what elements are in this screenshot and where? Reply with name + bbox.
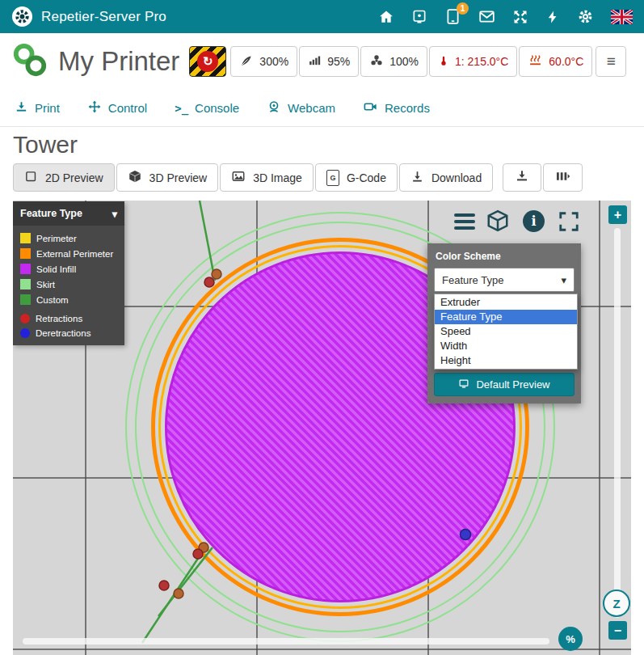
option-height[interactable]: Height <box>435 353 577 368</box>
layer-down-button[interactable]: − <box>608 621 627 640</box>
tablet-icon[interactable]: 1 <box>444 8 461 25</box>
color-scheme-dropdown-list: Extruder Feature Type Speed Width Height <box>434 294 578 370</box>
percent-slider-track[interactable] <box>23 638 549 644</box>
z-mode-button[interactable]: Z <box>603 590 630 617</box>
image-icon <box>231 169 246 186</box>
color-scheme-label: Color Scheme <box>427 243 581 268</box>
tab-webcam[interactable]: Webcam <box>267 99 335 116</box>
navbar-icons: 1 <box>378 8 633 25</box>
legend-label: Skirt <box>36 280 55 289</box>
printer-icon[interactable] <box>411 9 427 25</box>
legend-label: Deretractions <box>36 328 90 338</box>
download-icon <box>410 170 424 186</box>
legend-title: Feature Type <box>20 208 82 219</box>
tab-records-label: Records <box>385 101 430 115</box>
extrude-icon <box>515 169 529 186</box>
printer-menu-button[interactable]: ≡ <box>596 46 626 77</box>
layer-up-button[interactable]: + <box>608 205 627 224</box>
canvas-cube-button[interactable] <box>486 209 510 236</box>
gear-icon[interactable] <box>577 8 594 25</box>
legend-label: Retractions <box>36 314 82 323</box>
bed-temp-value: 60.0°C <box>549 55 583 68</box>
speed-multiplier-button[interactable]: 300% <box>230 46 297 77</box>
percent-mode-button[interactable]: % <box>558 627 583 651</box>
emergency-stop-button[interactable]: ↻ <box>189 46 226 77</box>
legend-item: Deretractions <box>13 326 124 340</box>
custom-move-line <box>142 550 204 643</box>
columns-view-button[interactable] <box>543 163 583 192</box>
expand-arrows-icon[interactable] <box>512 9 528 25</box>
language-flag-uk[interactable] <box>611 10 633 24</box>
feather-speed-icon <box>239 53 254 70</box>
option-width[interactable]: Width <box>435 339 577 353</box>
thermometer-icon <box>438 53 449 70</box>
tab-webcam-label: Webcam <box>288 101 335 115</box>
webcam-icon <box>267 99 281 116</box>
fan-value: 100% <box>389 55 419 68</box>
video-camera-icon <box>363 99 378 116</box>
color-scheme-select[interactable]: Feature Type ▾ <box>434 268 575 292</box>
color-chip <box>20 328 30 338</box>
layer-view-button[interactable] <box>503 163 541 192</box>
bed-temp-button[interactable]: 60.0°C <box>519 46 592 77</box>
legend-item: Solid Infill <box>13 261 124 277</box>
z-slider-track[interactable] <box>614 228 621 618</box>
feature-legend: Feature Type ▾ Perimeter External Perime… <box>13 201 124 345</box>
tab-control-label: Control <box>108 101 147 115</box>
gcode-button[interactable]: G G-Code <box>315 163 398 192</box>
notification-badge: 1 <box>457 2 469 15</box>
option-extruder[interactable]: Extruder <box>435 295 577 310</box>
legend-label: External Perimeter <box>36 249 113 259</box>
3d-image-button[interactable]: 3D Image <box>220 163 314 192</box>
default-preview-button[interactable]: Default Preview <box>434 373 575 396</box>
home-icon[interactable] <box>378 9 394 25</box>
preview-screen-icon <box>458 378 469 391</box>
3d-image-label: 3D Image <box>253 171 302 184</box>
legend-item: Retractions <box>13 311 124 326</box>
heated-bed-icon <box>528 53 543 70</box>
legend-header[interactable]: Feature Type ▾ <box>13 201 124 226</box>
printer-tabs: Print Control >_ Console Webcam Records <box>0 90 644 127</box>
app-logo[interactable] <box>11 6 33 27</box>
bars-icon <box>555 169 570 186</box>
top-navbar: Repetier-Server Pro 1 <box>0 0 644 33</box>
deretraction-dot <box>461 530 471 540</box>
color-chip <box>20 314 30 323</box>
tab-print[interactable]: Print <box>15 100 60 116</box>
hamburger-icon: ≡ <box>607 53 616 70</box>
move-arrows-icon <box>87 99 102 116</box>
checkbox-icon <box>24 170 38 186</box>
option-feature-type[interactable]: Feature Type <box>435 310 577 324</box>
tab-records[interactable]: Records <box>363 99 430 116</box>
tab-console-label: Console <box>195 101 239 115</box>
option-speed[interactable]: Speed <box>435 324 577 339</box>
cube-icon <box>128 169 142 186</box>
color-chip <box>20 264 31 274</box>
canvas-menu-button[interactable] <box>454 213 475 230</box>
2d-preview-button[interactable]: 2D Preview <box>13 163 115 192</box>
extruder-temp-value: 1: 215.0°C <box>455 55 508 68</box>
gcode-label: G-Code <box>347 171 386 184</box>
default-preview-label: Default Preview <box>476 378 549 391</box>
color-scheme-selected-value: Feature Type <box>442 274 503 286</box>
preview-canvas[interactable]: Feature Type ▾ Perimeter External Perime… <box>13 201 631 655</box>
tab-control[interactable]: Control <box>87 99 147 116</box>
bolt-icon[interactable] <box>545 9 560 25</box>
3d-preview-button[interactable]: 3D Preview <box>116 163 219 192</box>
color-chip <box>20 248 31 259</box>
preview-toolbar: 2D Preview 3D Preview 3D Image G G-Code … <box>13 163 583 192</box>
fullscreen-button[interactable] <box>558 210 580 236</box>
retraction-dot <box>159 581 169 590</box>
info-button[interactable]: i <box>523 210 545 232</box>
repetier-server-app: Repetier-Server Pro 1 <box>0 0 644 655</box>
custom-move-line <box>200 201 215 281</box>
tab-print-label: Print <box>35 101 60 115</box>
flow-multiplier-button[interactable]: 95% <box>299 46 359 77</box>
tab-console[interactable]: >_ Console <box>175 101 239 115</box>
download-button[interactable]: Download <box>399 163 493 192</box>
extruder-temp-button[interactable]: 1: 215.0°C <box>429 46 517 77</box>
fan-speed-button[interactable]: 100% <box>360 46 427 77</box>
mail-icon[interactable] <box>478 8 495 25</box>
legend-label: Solid Infill <box>36 264 76 274</box>
console-prompt-icon: >_ <box>175 102 188 115</box>
